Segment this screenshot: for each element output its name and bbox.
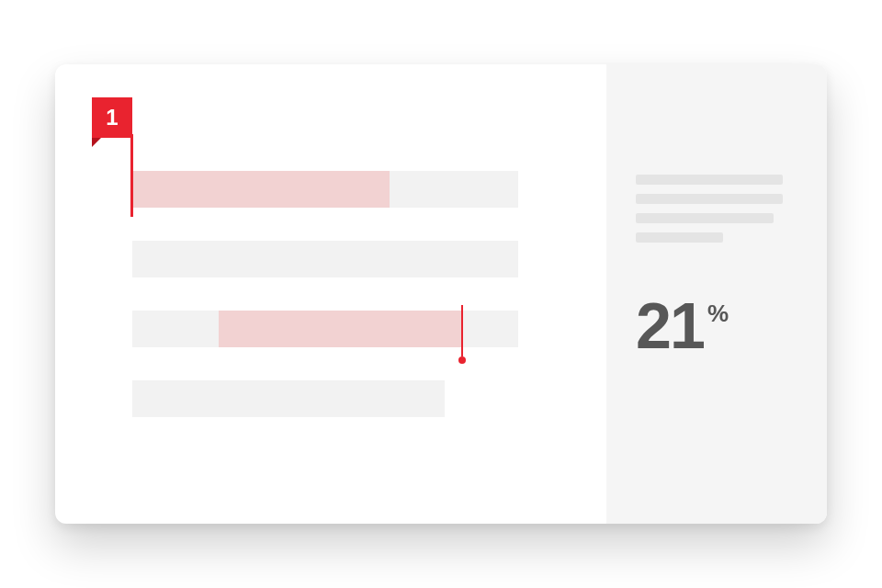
highlight-marker [130,134,133,217]
text-highlight [132,171,390,208]
cursor-indicator [461,305,463,356]
main-pane: 1 [55,64,606,524]
badge-label: 1 [106,105,118,130]
placeholder-line [636,175,783,185]
text-row [132,241,570,277]
match-number-badge: 1 [92,97,132,138]
percent-value: 21 [636,294,704,358]
text-placeholder [132,380,445,417]
text-highlight [219,311,463,347]
text-row [132,311,570,347]
text-row [132,380,570,417]
document-card: 1 [55,64,827,524]
sidebar-text-placeholder [636,175,797,243]
text-placeholder [132,241,518,277]
percent-symbol: % [707,300,729,328]
cursor-dot-icon [458,356,466,364]
similarity-percentage: 21 % [636,294,797,358]
text-row [132,171,570,208]
placeholder-line [636,232,723,243]
placeholder-line [636,213,774,223]
placeholder-line [636,194,783,204]
content-rows [132,171,570,417]
sidebar-pane: 21 % [606,64,827,524]
